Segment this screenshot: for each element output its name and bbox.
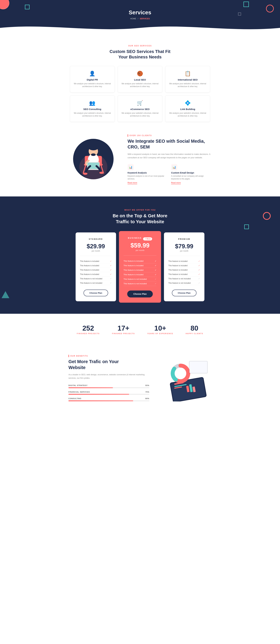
feature-name: Custom Email Design	[171, 172, 212, 174]
service-card: 🏀 Local SEO We analyze your website's st…	[118, 66, 162, 92]
check-icon: ✓	[198, 260, 200, 262]
service-desc: We analyze your website's structure, int…	[73, 112, 111, 117]
feature-text: This feature is included	[168, 269, 187, 271]
plan-price: $29.99	[80, 243, 112, 249]
plan-features: This feature is included ✓ This feature …	[124, 259, 156, 286]
pricing-card: BUSINESS ✓ Best $59.99 per month This fe…	[119, 231, 161, 303]
service-name: Link Building	[169, 108, 207, 110]
choose-plan-button[interactable]: Choose Plan	[172, 290, 196, 296]
hero-header: Services HOME / SERVICES	[0, 0, 280, 32]
skill-percent: 75%	[145, 391, 149, 393]
plan-name-row: BUSINESS ✓ Best	[124, 237, 156, 241]
skill-fill	[68, 394, 129, 395]
pricing-label: WHAT WE OFFER FOR YOU	[6, 209, 274, 211]
check-icon: ✓	[110, 269, 112, 271]
best-badge: ✓ Best	[143, 237, 152, 240]
check-icon: ✓	[155, 260, 156, 262]
svg-point-24	[176, 369, 185, 378]
feature-name: Keyword Analysis	[128, 172, 168, 174]
skill-name: DIGITAL STRATEGY	[68, 384, 88, 386]
service-icon: 📋	[169, 70, 207, 76]
feature-text: Keyword analysis is one of our most popu…	[128, 175, 168, 180]
plan-name: PREMIUM	[178, 238, 190, 240]
deco-rect-1	[25, 5, 29, 9]
svg-rect-26	[189, 362, 207, 373]
benefits-right	[159, 355, 212, 402]
services-grid: 👤 Digital PR We analyze your website's s…	[70, 66, 210, 122]
plan-name: BUSINESS	[128, 237, 142, 239]
check-icon: ✓	[198, 264, 200, 267]
choose-plan-button[interactable]: Choose Plan	[127, 290, 153, 298]
service-name: International SEO	[169, 78, 207, 81]
pricing-title: Be on the Top & Get More Traffic to Your…	[6, 213, 274, 225]
svg-point-12	[99, 172, 104, 174]
stat-label: YEARS OF EXPERIENCE	[147, 332, 173, 334]
service-card: 💠 Link Building We analyze your website'…	[165, 96, 210, 122]
benefits-left: OUR BENEFITS Get More Trafic on Your Web…	[68, 355, 149, 404]
plan-feature: This feature is included ✓	[80, 268, 112, 272]
read-more-link[interactable]: Read more	[128, 182, 137, 184]
feature-text: This feature is included	[168, 264, 187, 267]
plan-feature: This feature is not included ✓	[80, 281, 112, 285]
plan-feature: This feature is included ✓	[168, 272, 200, 276]
plan-name: STANDARD	[89, 238, 103, 240]
skill-track	[68, 394, 149, 395]
service-desc: We analyze your website's structure, int…	[169, 82, 207, 88]
feature-text: This feature is included	[168, 273, 187, 276]
benefits-label: OUR BENEFITS	[68, 355, 149, 357]
plan-feature: This feature is not included ✓	[168, 276, 200, 281]
skill-track	[68, 400, 149, 401]
plan-period: per month	[80, 250, 112, 252]
pricing-header: WHAT WE OFFER FOR YOU Be on the Top & Ge…	[6, 209, 274, 225]
stat-item: 252 FINISHED PROJECTS	[77, 325, 100, 334]
deco-rect-2	[244, 2, 249, 7]
plan-feature: This feature is included ✓	[124, 268, 156, 272]
stat-label: FINISHED PROJECTS	[77, 332, 100, 334]
feature-text: This feature is not included	[124, 282, 147, 285]
feature-text: This feature is not included	[168, 278, 191, 280]
choose-plan-button[interactable]: Choose Plan	[84, 290, 108, 296]
check-icon: ✓	[155, 264, 156, 267]
service-card: 🛒 eCommerce SEO We analyze your website'…	[118, 96, 162, 122]
seo-label: OUR SEO SERVICES	[6, 45, 274, 47]
feature-item: 📊 Keyword Analysis Keyword analysis is o…	[128, 164, 168, 184]
plan-feature: This feature is included ✓	[80, 272, 112, 276]
integrate-content: OVER 150 CLIENTS We Integrate SEO with S…	[128, 134, 212, 184]
plan-divider	[168, 256, 200, 256]
breadcrumb-home[interactable]: HOME	[130, 18, 136, 20]
skill-track	[68, 387, 149, 388]
service-name: Digital PR	[73, 78, 111, 81]
check-icon: ✓	[110, 264, 112, 267]
plan-price: $59.99	[124, 242, 156, 249]
skill-label-row: DIGITAL STRATEGY 55%	[68, 384, 149, 386]
plan-price: $79.99	[168, 243, 200, 249]
seo-title: Custom SEO Services That Fit Your Busine…	[6, 49, 274, 60]
plan-divider	[124, 256, 156, 256]
plan-feature: This feature is included ✓	[80, 259, 112, 264]
check-icon: ✓	[155, 282, 156, 285]
plan-feature: This feature is included ✓	[168, 268, 200, 272]
skill-fill	[68, 400, 133, 401]
service-name: eCommerce SEO	[121, 108, 159, 110]
deco-circle-1	[0, 0, 9, 9]
read-more-link[interactable]: Read more	[171, 182, 181, 184]
plan-feature: This feature is included ✓	[124, 264, 156, 268]
plan-feature: This feature is included ✓	[124, 272, 156, 277]
feature-text: This feature is not included	[80, 278, 102, 280]
illustration-circle	[73, 139, 114, 179]
plan-feature: This feature is not included ✓	[124, 277, 156, 282]
stat-number: 252	[77, 325, 100, 332]
stat-item: 80 HAPPY CLIENTS	[186, 325, 203, 334]
hero-wave	[0, 23, 280, 32]
feature-text: This feature is included	[80, 273, 99, 276]
pricing-card: PREMIUM $79.99 per month This feature is…	[164, 232, 204, 301]
skills-container: DIGITAL STRATEGY 55% FINANCIAL SERVICES …	[68, 384, 149, 401]
plan-name-row: PREMIUM	[168, 238, 200, 242]
plan-features: This feature is included ✓ This feature …	[80, 259, 112, 285]
feature-text: This feature is not included	[168, 282, 191, 284]
check-icon: ✓	[198, 273, 200, 276]
service-icon: 👤	[73, 70, 111, 76]
features-row: 📊 Keyword Analysis Keyword analysis is o…	[128, 164, 212, 184]
service-icon: 👥	[73, 100, 111, 106]
seo-services-section: OUR SEO SERVICES Custom SEO Services Tha…	[0, 32, 280, 128]
